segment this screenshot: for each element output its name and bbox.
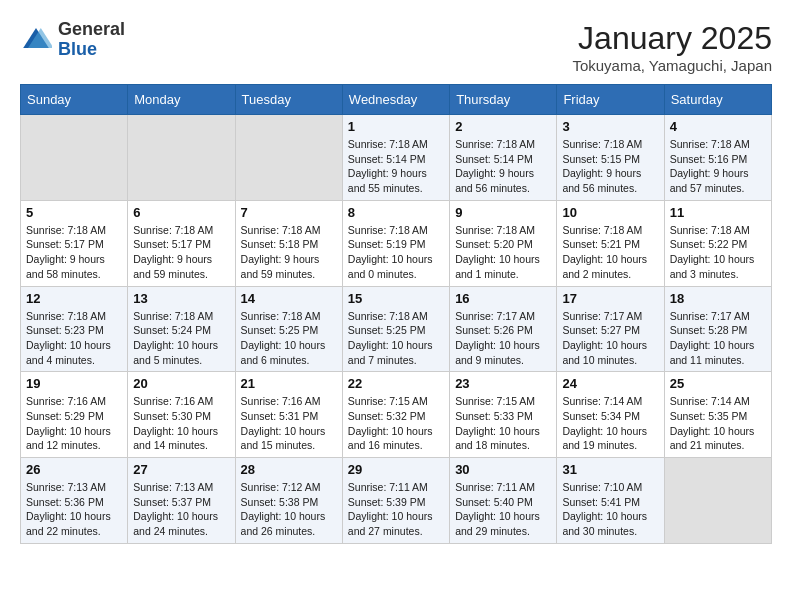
calendar-cell: 12Sunrise: 7:18 AMSunset: 5:23 PMDayligh… xyxy=(21,286,128,372)
calendar-cell: 31Sunrise: 7:10 AMSunset: 5:41 PMDayligh… xyxy=(557,458,664,544)
day-number: 31 xyxy=(562,462,658,477)
day-number: 12 xyxy=(26,291,122,306)
calendar-cell: 14Sunrise: 7:18 AMSunset: 5:25 PMDayligh… xyxy=(235,286,342,372)
day-number: 26 xyxy=(26,462,122,477)
calendar-header: SundayMondayTuesdayWednesdayThursdayFrid… xyxy=(21,85,772,115)
calendar-cell: 26Sunrise: 7:13 AMSunset: 5:36 PMDayligh… xyxy=(21,458,128,544)
day-info: Sunrise: 7:18 AMSunset: 5:22 PMDaylight:… xyxy=(670,223,766,282)
calendar-cell: 24Sunrise: 7:14 AMSunset: 5:34 PMDayligh… xyxy=(557,372,664,458)
calendar-cell: 6Sunrise: 7:18 AMSunset: 5:17 PMDaylight… xyxy=(128,200,235,286)
day-number: 2 xyxy=(455,119,551,134)
day-number: 24 xyxy=(562,376,658,391)
calendar-cell: 20Sunrise: 7:16 AMSunset: 5:30 PMDayligh… xyxy=(128,372,235,458)
day-number: 13 xyxy=(133,291,229,306)
calendar-cell: 21Sunrise: 7:16 AMSunset: 5:31 PMDayligh… xyxy=(235,372,342,458)
day-info: Sunrise: 7:18 AMSunset: 5:17 PMDaylight:… xyxy=(26,223,122,282)
logo-icon xyxy=(20,24,52,56)
day-info: Sunrise: 7:18 AMSunset: 5:14 PMDaylight:… xyxy=(455,137,551,196)
day-info: Sunrise: 7:13 AMSunset: 5:37 PMDaylight:… xyxy=(133,480,229,539)
calendar-cell: 27Sunrise: 7:13 AMSunset: 5:37 PMDayligh… xyxy=(128,458,235,544)
day-info: Sunrise: 7:18 AMSunset: 5:20 PMDaylight:… xyxy=(455,223,551,282)
day-info: Sunrise: 7:16 AMSunset: 5:30 PMDaylight:… xyxy=(133,394,229,453)
day-number: 1 xyxy=(348,119,444,134)
day-number: 30 xyxy=(455,462,551,477)
weekday-header: Tuesday xyxy=(235,85,342,115)
day-number: 15 xyxy=(348,291,444,306)
location: Tokuyama, Yamaguchi, Japan xyxy=(572,57,772,74)
calendar-cell: 4Sunrise: 7:18 AMSunset: 5:16 PMDaylight… xyxy=(664,115,771,201)
day-number: 21 xyxy=(241,376,337,391)
calendar-cell xyxy=(128,115,235,201)
day-number: 25 xyxy=(670,376,766,391)
calendar-cell: 17Sunrise: 7:17 AMSunset: 5:27 PMDayligh… xyxy=(557,286,664,372)
day-number: 27 xyxy=(133,462,229,477)
day-info: Sunrise: 7:17 AMSunset: 5:28 PMDaylight:… xyxy=(670,309,766,368)
day-info: Sunrise: 7:16 AMSunset: 5:29 PMDaylight:… xyxy=(26,394,122,453)
day-number: 7 xyxy=(241,205,337,220)
day-number: 5 xyxy=(26,205,122,220)
day-info: Sunrise: 7:12 AMSunset: 5:38 PMDaylight:… xyxy=(241,480,337,539)
day-number: 19 xyxy=(26,376,122,391)
weekday-header: Saturday xyxy=(664,85,771,115)
day-info: Sunrise: 7:11 AMSunset: 5:40 PMDaylight:… xyxy=(455,480,551,539)
day-info: Sunrise: 7:14 AMSunset: 5:34 PMDaylight:… xyxy=(562,394,658,453)
weekday-header: Sunday xyxy=(21,85,128,115)
day-number: 8 xyxy=(348,205,444,220)
calendar-cell: 10Sunrise: 7:18 AMSunset: 5:21 PMDayligh… xyxy=(557,200,664,286)
calendar-week-row: 12Sunrise: 7:18 AMSunset: 5:23 PMDayligh… xyxy=(21,286,772,372)
calendar-cell: 7Sunrise: 7:18 AMSunset: 5:18 PMDaylight… xyxy=(235,200,342,286)
logo-text: General Blue xyxy=(58,20,125,60)
day-info: Sunrise: 7:11 AMSunset: 5:39 PMDaylight:… xyxy=(348,480,444,539)
day-info: Sunrise: 7:18 AMSunset: 5:15 PMDaylight:… xyxy=(562,137,658,196)
day-number: 11 xyxy=(670,205,766,220)
day-number: 29 xyxy=(348,462,444,477)
calendar-cell: 1Sunrise: 7:18 AMSunset: 5:14 PMDaylight… xyxy=(342,115,449,201)
day-info: Sunrise: 7:18 AMSunset: 5:25 PMDaylight:… xyxy=(241,309,337,368)
calendar-cell: 23Sunrise: 7:15 AMSunset: 5:33 PMDayligh… xyxy=(450,372,557,458)
calendar-cell: 3Sunrise: 7:18 AMSunset: 5:15 PMDaylight… xyxy=(557,115,664,201)
day-number: 22 xyxy=(348,376,444,391)
calendar-table: SundayMondayTuesdayWednesdayThursdayFrid… xyxy=(20,84,772,544)
calendar-cell: 18Sunrise: 7:17 AMSunset: 5:28 PMDayligh… xyxy=(664,286,771,372)
day-number: 16 xyxy=(455,291,551,306)
day-info: Sunrise: 7:18 AMSunset: 5:18 PMDaylight:… xyxy=(241,223,337,282)
day-number: 14 xyxy=(241,291,337,306)
calendar-cell: 11Sunrise: 7:18 AMSunset: 5:22 PMDayligh… xyxy=(664,200,771,286)
day-info: Sunrise: 7:16 AMSunset: 5:31 PMDaylight:… xyxy=(241,394,337,453)
logo-general: General xyxy=(58,19,125,39)
day-info: Sunrise: 7:13 AMSunset: 5:36 PMDaylight:… xyxy=(26,480,122,539)
calendar-week-row: 26Sunrise: 7:13 AMSunset: 5:36 PMDayligh… xyxy=(21,458,772,544)
weekday-header: Thursday xyxy=(450,85,557,115)
calendar-week-row: 1Sunrise: 7:18 AMSunset: 5:14 PMDaylight… xyxy=(21,115,772,201)
day-number: 23 xyxy=(455,376,551,391)
calendar-cell xyxy=(235,115,342,201)
day-number: 28 xyxy=(241,462,337,477)
title-block: January 2025 Tokuyama, Yamaguchi, Japan xyxy=(572,20,772,74)
day-number: 17 xyxy=(562,291,658,306)
day-number: 10 xyxy=(562,205,658,220)
calendar-week-row: 5Sunrise: 7:18 AMSunset: 5:17 PMDaylight… xyxy=(21,200,772,286)
day-info: Sunrise: 7:18 AMSunset: 5:24 PMDaylight:… xyxy=(133,309,229,368)
calendar-week-row: 19Sunrise: 7:16 AMSunset: 5:29 PMDayligh… xyxy=(21,372,772,458)
day-info: Sunrise: 7:18 AMSunset: 5:19 PMDaylight:… xyxy=(348,223,444,282)
day-info: Sunrise: 7:18 AMSunset: 5:25 PMDaylight:… xyxy=(348,309,444,368)
calendar-body: 1Sunrise: 7:18 AMSunset: 5:14 PMDaylight… xyxy=(21,115,772,544)
page-header: General Blue January 2025 Tokuyama, Yama… xyxy=(20,20,772,74)
day-info: Sunrise: 7:17 AMSunset: 5:27 PMDaylight:… xyxy=(562,309,658,368)
day-info: Sunrise: 7:18 AMSunset: 5:14 PMDaylight:… xyxy=(348,137,444,196)
calendar-cell: 13Sunrise: 7:18 AMSunset: 5:24 PMDayligh… xyxy=(128,286,235,372)
logo: General Blue xyxy=(20,20,125,60)
calendar-cell: 22Sunrise: 7:15 AMSunset: 5:32 PMDayligh… xyxy=(342,372,449,458)
calendar-cell: 30Sunrise: 7:11 AMSunset: 5:40 PMDayligh… xyxy=(450,458,557,544)
day-number: 3 xyxy=(562,119,658,134)
day-info: Sunrise: 7:18 AMSunset: 5:17 PMDaylight:… xyxy=(133,223,229,282)
calendar-cell: 19Sunrise: 7:16 AMSunset: 5:29 PMDayligh… xyxy=(21,372,128,458)
weekday-header: Monday xyxy=(128,85,235,115)
calendar-cell: 2Sunrise: 7:18 AMSunset: 5:14 PMDaylight… xyxy=(450,115,557,201)
calendar-cell: 5Sunrise: 7:18 AMSunset: 5:17 PMDaylight… xyxy=(21,200,128,286)
day-number: 20 xyxy=(133,376,229,391)
weekday-header: Wednesday xyxy=(342,85,449,115)
day-number: 4 xyxy=(670,119,766,134)
day-info: Sunrise: 7:14 AMSunset: 5:35 PMDaylight:… xyxy=(670,394,766,453)
day-info: Sunrise: 7:18 AMSunset: 5:16 PMDaylight:… xyxy=(670,137,766,196)
